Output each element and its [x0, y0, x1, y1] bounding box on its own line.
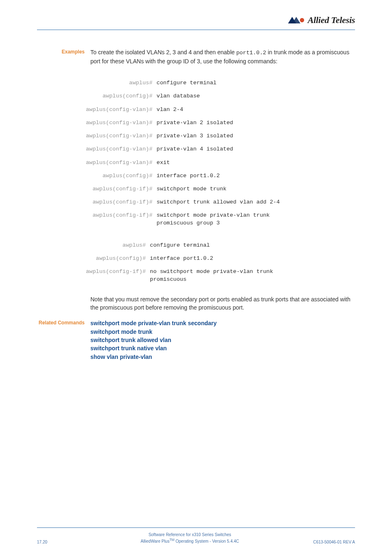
- footer-divider: [37, 527, 355, 528]
- command-text: configure terminal: [148, 239, 278, 252]
- footer-rev: C613-50046-01 REV A: [293, 540, 355, 544]
- command-prompt: awplus(config-if)#: [84, 265, 148, 286]
- command-table-1: awplus#configure terminalawplus(config)#…: [84, 76, 281, 230]
- command-text: no switchport mode private-vlan trunk pr…: [148, 265, 278, 286]
- command-prompt: awplus#: [84, 239, 148, 252]
- command-prompt: awplus(config-vlan)#: [84, 103, 155, 116]
- command-prompt: awplus(config-vlan)#: [84, 130, 155, 143]
- related-command-link[interactable]: switchport trunk native vlan: [90, 344, 355, 352]
- command-text: switchport mode trunk: [155, 183, 281, 196]
- command-prompt: awplus(config)#: [84, 90, 155, 103]
- command-row: awplus(config)#interface port1.0.2: [84, 169, 281, 183]
- command-text: private-vlan 3 isolated: [155, 130, 281, 143]
- brand-logo: Allied Telesis: [288, 15, 355, 25]
- command-prompt: awplus(config-if)#: [84, 209, 155, 229]
- page-footer: 17.20 Software Reference for x310 Series…: [37, 527, 355, 544]
- examples-section: Examples To create the isolated VLANs 2,…: [37, 48, 355, 66]
- command-text: vlan database: [155, 90, 281, 103]
- command-text: private-vlan 2 isolated: [155, 116, 281, 130]
- note-paragraph: Note that you must remove the secondary …: [90, 295, 355, 312]
- related-command-link[interactable]: switchport mode private-vlan trunk secon…: [90, 319, 355, 327]
- command-row: awplus(config-vlan)#exit: [84, 156, 281, 169]
- related-command-link[interactable]: show vlan private-vlan: [90, 353, 355, 361]
- command-row: awplus(config-vlan)#private-vlan 3 isola…: [84, 130, 281, 143]
- allied-telesis-icon: [288, 16, 305, 24]
- command-text: configure terminal: [155, 76, 281, 90]
- command-text: interface port1.0.2: [148, 252, 278, 265]
- header-divider: [37, 30, 355, 30]
- command-prompt: awplus(config-vlan)#: [84, 143, 155, 156]
- command-table-2: awplus#configure terminalawplus(config)#…: [84, 239, 278, 286]
- command-row: awplus(config-if)#no switchport mode pri…: [84, 265, 278, 286]
- command-row: awplus(config-vlan)#private-vlan 2 isola…: [84, 116, 281, 130]
- command-prompt: awplus(config)#: [84, 169, 155, 183]
- intro-text-1: To create the isolated VLANs 2, 3 and 4 …: [90, 49, 236, 56]
- footer-product: AlliedWare Plus: [141, 539, 169, 543]
- command-row: awplus#configure terminal: [84, 76, 281, 90]
- command-text: interface port1.0.2: [155, 169, 281, 183]
- command-prompt: awplus(config-if)#: [84, 183, 155, 196]
- svg-point-2: [300, 18, 304, 22]
- command-text: private-vlan 4 isolated: [155, 143, 281, 156]
- related-links-list: switchport mode private-vlan trunk secon…: [90, 319, 355, 361]
- related-command-link[interactable]: switchport mode trunk: [90, 328, 355, 336]
- footer-center: Software Reference for x310 Series Switc…: [86, 532, 293, 544]
- footer-version: Operating System - Version 5.4.4C: [174, 539, 239, 543]
- intro-code: port1.0.2: [236, 50, 266, 56]
- header-logo-row: Allied Telesis: [37, 15, 355, 25]
- command-prompt: awplus(config-vlan)#: [84, 116, 155, 130]
- command-text: switchport mode private-vlan trunk promi…: [155, 209, 281, 229]
- command-prompt: awplus(config-vlan)#: [84, 156, 155, 169]
- examples-intro: To create the isolated VLANs 2, 3 and 4 …: [90, 48, 355, 66]
- command-row: awplus(config-if)#switchport mode trunk: [84, 183, 281, 196]
- command-row: awplus(config)#vlan database: [84, 90, 281, 103]
- footer-tm: TM: [169, 538, 174, 542]
- command-prompt: awplus(config-if)#: [84, 196, 155, 209]
- command-prompt: awplus#: [84, 76, 155, 90]
- command-row: awplus#configure terminal: [84, 239, 278, 252]
- command-text: vlan 2-4: [155, 103, 281, 116]
- command-text: switchport trunk allowed vlan add 2-4: [155, 196, 281, 209]
- brand-text: Allied Telesis: [308, 15, 355, 25]
- command-row: awplus(config-vlan)#vlan 2-4: [84, 103, 281, 116]
- related-commands-label: Related Commands: [37, 319, 90, 361]
- command-row: awplus(config-vlan)#private-vlan 4 isola…: [84, 143, 281, 156]
- related-commands-section: Related Commands switchport mode private…: [37, 319, 355, 361]
- command-text: exit: [155, 156, 281, 169]
- footer-page-number: 17.20: [37, 540, 86, 544]
- command-row: awplus(config-if)#switchport trunk allow…: [84, 196, 281, 209]
- command-row: awplus(config-if)#switchport mode privat…: [84, 209, 281, 229]
- command-row: awplus(config)#interface port1.0.2: [84, 252, 278, 265]
- examples-label: Examples: [37, 48, 90, 66]
- footer-line-1: Software Reference for x310 Series Switc…: [86, 532, 293, 538]
- related-command-link[interactable]: switchport trunk allowed vlan: [90, 336, 355, 344]
- footer-line-2: AlliedWare PlusTM Operating System - Ver…: [86, 538, 293, 544]
- command-prompt: awplus(config)#: [84, 252, 148, 265]
